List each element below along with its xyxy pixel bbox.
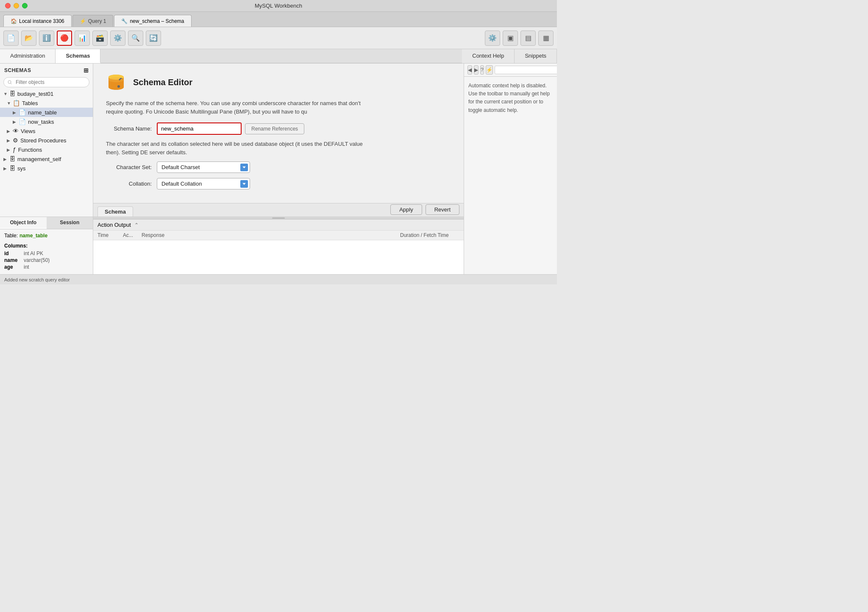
nav-tab-administration[interactable]: Administration <box>0 49 56 63</box>
table-icon: 📊 <box>78 34 86 42</box>
tree-item-functions[interactable]: ▶ ƒ Functions <box>0 145 93 154</box>
layout2-icon: ▤ <box>525 34 531 42</box>
center-panel: Schema Editor Specify the name of the sc… <box>93 64 464 274</box>
info-btn[interactable]: ℹ️ <box>39 31 54 46</box>
tree-label-tables: Tables <box>22 100 38 106</box>
schema-editor-title: Schema Editor <box>133 78 192 87</box>
layout-btn1[interactable]: ▣ <box>503 31 518 46</box>
sidebar: SCHEMAS ⊞ ▼ 🗄 budaye_test01 ▼ 📋 Tables ▶… <box>0 64 93 274</box>
table2-icon: 📄 <box>19 118 26 125</box>
svg-point-3 <box>117 85 120 88</box>
columns-list: id int AI PK name varchar(50) age int <box>4 250 89 270</box>
apply-button[interactable]: Apply <box>390 204 422 215</box>
context-help-label: Context Help <box>472 53 504 59</box>
tab-new-schema[interactable]: 🔧 new_schema – Schema <box>114 15 191 27</box>
table-btn[interactable]: 📊 <box>75 31 90 46</box>
table-name-value: name_table <box>19 233 47 239</box>
search-btn[interactable]: 🔍 <box>128 31 143 46</box>
charset-description: The character set and its collation sele… <box>106 140 377 156</box>
manual-help-btn[interactable]: ? <box>480 65 484 75</box>
tab-session[interactable]: Session <box>47 217 93 229</box>
tree-label-functions: Functions <box>18 147 42 153</box>
view-icon: 🗃️ <box>96 34 104 42</box>
tab-local-instance[interactable]: 🏠 Local instance 3306 <box>3 15 72 27</box>
traffic-lights <box>5 3 28 8</box>
rename-references-button[interactable]: Rename References <box>245 123 304 134</box>
schema-editor-main: Schema Editor Specify the name of the sc… <box>93 64 464 203</box>
col-header-duration: Duration / Fetch Time <box>396 231 464 240</box>
col-name-name: name <box>4 257 21 263</box>
col-type-id: int AI PK <box>24 250 43 256</box>
toolbar: 📄 📂 ℹ️ 🔴 📊 🗃️ ⚙️ 🔍 🔄 ⚙️ ▣ <box>0 27 557 49</box>
revert-button[interactable]: Revert <box>426 204 459 215</box>
charset-label: Character Set: <box>106 164 157 170</box>
right-panel: ◀ ▶ ? ⚡ Automatic context help is disabl… <box>464 64 557 274</box>
tree-label-views: Views <box>21 128 35 134</box>
col-header-time: Time <box>93 231 119 240</box>
tab-query1[interactable]: ⚡ Query 1 <box>72 15 114 27</box>
arrow-down-icon: ▼ <box>3 92 9 96</box>
administration-label: Administration <box>10 53 45 59</box>
layout-btn3[interactable]: ▦ <box>538 31 554 46</box>
col-type-name: varchar(50) <box>24 257 50 263</box>
sidebar-options-icon[interactable]: ⊞ <box>83 67 89 74</box>
collation-row: Collation: Default Collation <box>106 178 451 189</box>
schema-name-row: Schema Name: Rename References <box>106 122 451 135</box>
collation-select[interactable]: Default Collation <box>157 178 250 189</box>
nav-tab-schemas[interactable]: Schemas <box>56 49 100 63</box>
back-btn[interactable]: ◀ <box>467 65 472 75</box>
nav-tab-context-help[interactable]: Context Help <box>462 49 515 63</box>
procedure-btn[interactable]: ⚙️ <box>110 31 125 46</box>
tree-label-budaye: budaye_test01 <box>17 91 53 97</box>
tree-item-name-table[interactable]: ▶ 📄 name_table <box>0 108 93 117</box>
tab-object-info[interactable]: Object Info <box>0 217 47 229</box>
charset-select[interactable]: Default Charset <box>157 161 250 173</box>
window-title: MySQL Workbench <box>255 3 302 9</box>
context-help-text: Automatic context help is disabled. Use … <box>468 83 550 113</box>
action-output-title: Action Output <box>97 222 131 228</box>
forward-btn[interactable]: ▶ <box>474 65 479 75</box>
context-help-content: Automatic context help is disabled. Use … <box>464 77 557 120</box>
new-connection-btn[interactable]: 📄 <box>3 31 19 46</box>
tree-item-budaye[interactable]: ▼ 🗄 budaye_test01 <box>0 89 93 98</box>
views-icon: 👁 <box>13 128 19 134</box>
auto-help-btn[interactable]: ⚡ <box>486 65 493 75</box>
close-button[interactable] <box>5 3 11 8</box>
schema-bottom-tab[interactable]: Schema <box>97 206 133 217</box>
schema-editor-header: Schema Editor <box>106 72 451 92</box>
schema-name-input[interactable] <box>157 122 242 135</box>
tab-local-instance-label: Local instance 3306 <box>19 18 64 24</box>
output-table: Time Ac... Response Duration / Fetch Tim… <box>93 231 464 240</box>
maximize-button[interactable] <box>22 3 28 8</box>
tree-item-tables[interactable]: ▼ 📋 Tables <box>0 98 93 108</box>
minimize-button[interactable] <box>14 3 19 8</box>
schemas-heading: SCHEMAS <box>4 67 31 73</box>
open-sql-btn[interactable]: 📂 <box>21 31 36 46</box>
context-search-input[interactable] <box>495 66 557 74</box>
object-info-tabs: Object Info Session <box>0 217 93 229</box>
settings-btn[interactable]: ⚙️ <box>485 31 500 46</box>
tree-label-now-tasks: now_tasks <box>28 119 54 125</box>
tree-item-stored-procedures[interactable]: ▶ ⚙ Stored Procedures <box>0 136 93 145</box>
collation-label: Collation: <box>106 181 157 187</box>
expand-action-output-icon[interactable]: ⌃ <box>134 222 139 228</box>
tree-item-management[interactable]: ▶ 🗄 management_self <box>0 154 93 164</box>
reconnect-btn[interactable]: 🔄 <box>146 31 161 46</box>
tree-item-now-tasks[interactable]: ▶ 📄 now_tasks <box>0 117 93 126</box>
tree-label-stored-procedures: Stored Procedures <box>20 137 66 144</box>
query-icon: ⚡ <box>80 18 86 24</box>
tree-item-views[interactable]: ▶ 👁 Views <box>0 126 93 136</box>
tree-item-sys[interactable]: ▶ 🗄 sys <box>0 164 93 173</box>
arrow-mgmt-icon: ▶ <box>3 157 9 161</box>
cylinder-icon: 🔴 <box>60 34 69 42</box>
arrow-right-icon: ▼ <box>7 101 13 106</box>
arrow-sp-icon: ▶ <box>7 138 13 143</box>
reconnect-icon: 🔄 <box>149 34 158 42</box>
nav-tab-snippets[interactable]: Snippets <box>515 49 557 63</box>
view-btn[interactable]: 🗃️ <box>92 31 108 46</box>
schema-editor-btn[interactable]: 🔴 <box>57 31 72 46</box>
open-icon: 📂 <box>25 34 33 42</box>
filter-input[interactable] <box>3 77 89 87</box>
layout3-icon: ▦ <box>543 34 549 42</box>
layout-btn2[interactable]: ▤ <box>520 31 536 46</box>
